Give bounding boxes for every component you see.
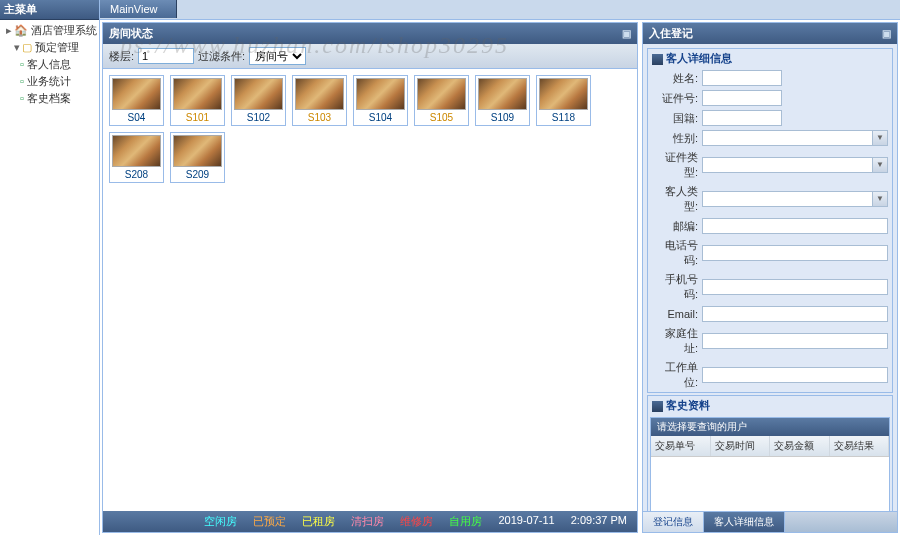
room-card[interactable]: S103 — [292, 75, 347, 126]
input-gtype[interactable] — [702, 191, 872, 207]
input-work[interactable] — [702, 367, 888, 383]
room-number: S209 — [173, 167, 222, 180]
tree-item-0-label: 客人信息 — [27, 58, 71, 70]
input-email[interactable] — [702, 306, 888, 322]
btab-detail[interactable]: 客人详细信息 — [704, 512, 785, 532]
room-panel-header: 房间状态 ▣ — [103, 23, 637, 44]
input-idno[interactable] — [702, 90, 782, 106]
room-grid: S04S101S102S103S104S105S109S118S208S209 — [103, 69, 637, 511]
legend-free: 空闲房 — [200, 514, 241, 529]
input-gender[interactable] — [702, 130, 872, 146]
filter-select[interactable]: 房间号 — [249, 47, 306, 65]
room-card[interactable]: S04 — [109, 75, 164, 126]
room-image — [112, 135, 161, 167]
tab-mainview[interactable]: MainView — [100, 0, 177, 18]
tab-label: MainView — [110, 3, 158, 15]
room-status-bar: 空闲房 已预定 已租房 清扫房 维修房 自用房 2019-07-11 2:09:… — [103, 511, 637, 532]
disk-icon — [652, 54, 663, 65]
room-card[interactable]: S104 — [353, 75, 408, 126]
label-nation: 国籍: — [652, 111, 702, 126]
room-number: S109 — [478, 110, 527, 123]
tree-group-label: 预定管理 — [35, 41, 79, 53]
input-post[interactable] — [702, 218, 888, 234]
checkin-panel: 入住登记 ▣ 客人详细信息 姓名: 证件号: 国籍: 性别:▼ 证件类型:▼ 客… — [642, 22, 898, 533]
label-gtype: 客人类型: — [652, 184, 702, 214]
room-image — [295, 78, 344, 110]
room-card[interactable]: S102 — [231, 75, 286, 126]
room-image — [539, 78, 588, 110]
room-image — [173, 135, 222, 167]
guest-detail-title: 客人详细信息 — [648, 49, 892, 68]
room-number: S103 — [295, 110, 344, 123]
tabbar: MainView — [100, 0, 900, 20]
legend-cleaning: 清扫房 — [347, 514, 388, 529]
tree-group[interactable]: ▾▢ 预定管理 — [2, 39, 97, 56]
label-idtype: 证件类型: — [652, 150, 702, 180]
col-orderno[interactable]: 交易单号 — [651, 436, 711, 456]
history-title: 客史资料 — [648, 396, 892, 415]
tree-item-0[interactable]: ▫ 客人信息 — [2, 56, 97, 73]
input-nation[interactable] — [702, 110, 782, 126]
room-image — [417, 78, 466, 110]
room-card[interactable]: S105 — [414, 75, 469, 126]
label-gender: 性别: — [652, 131, 702, 146]
room-image — [173, 78, 222, 110]
room-card[interactable]: S209 — [170, 132, 225, 183]
collapse-icon[interactable]: ▣ — [622, 28, 631, 39]
history-grid: 交易单号 交易时间 交易金额 交易结果 ⏮ ◀ 页 — [651, 436, 889, 511]
label-work: 工作单位: — [652, 360, 702, 390]
floor-input[interactable] — [138, 48, 194, 64]
filter-label: 过滤条件: — [198, 49, 245, 64]
checkin-collapse-icon[interactable]: ▣ — [882, 28, 891, 39]
input-home[interactable] — [702, 333, 888, 349]
grid-body — [651, 457, 889, 511]
tree-item-2-label: 客史档案 — [27, 92, 71, 104]
room-panel-title: 房间状态 — [109, 26, 153, 41]
nav-tree: ▸🏠 酒店管理系统 ▾▢ 预定管理 ▫ 客人信息 ▫ 业务统计 ▫ 客史档案 — [0, 20, 99, 109]
room-image — [234, 78, 283, 110]
floor-label: 楼层: — [109, 49, 134, 64]
legend-repair: 维修房 — [396, 514, 437, 529]
status-date: 2019-07-11 — [494, 514, 558, 529]
gtype-trigger-icon[interactable]: ▼ — [872, 191, 888, 207]
main-area: MainView 房间状态 ▣ 楼层: 过滤条件: 房间号 S04S101S10… — [100, 0, 900, 535]
input-phone[interactable] — [702, 245, 888, 261]
history-panel: 请选择要查询的用户 交易单号 交易时间 交易金额 交易结果 ⏮ — [650, 417, 890, 511]
room-card[interactable]: S101 — [170, 75, 225, 126]
nav-title: 主菜单 — [0, 0, 99, 20]
label-email: Email: — [652, 308, 702, 320]
col-time[interactable]: 交易时间 — [711, 436, 771, 456]
tree-item-1[interactable]: ▫ 业务统计 — [2, 73, 97, 90]
tree-item-2[interactable]: ▫ 客史档案 — [2, 90, 97, 107]
room-number: S208 — [112, 167, 161, 180]
legend-self: 自用房 — [445, 514, 486, 529]
room-image — [478, 78, 527, 110]
input-idtype[interactable] — [702, 157, 872, 173]
input-name[interactable] — [702, 70, 782, 86]
label-idno: 证件号: — [652, 91, 702, 106]
label-post: 邮编: — [652, 219, 702, 234]
tree-root-label: 酒店管理系统 — [31, 24, 97, 36]
room-card[interactable]: S109 — [475, 75, 530, 126]
content: 房间状态 ▣ 楼层: 过滤条件: 房间号 S04S101S102S103S104… — [100, 20, 900, 535]
room-number: S105 — [417, 110, 466, 123]
gender-trigger-icon[interactable]: ▼ — [872, 130, 888, 146]
btab-register[interactable]: 登记信息 — [643, 512, 704, 532]
input-mobile[interactable] — [702, 279, 888, 295]
history-prompt: 请选择要查询的用户 — [651, 418, 889, 436]
checkin-title: 入住登记 — [649, 26, 693, 41]
bottom-tabs: 登记信息 客人详细信息 — [643, 511, 897, 532]
tree-item-1-label: 业务统计 — [27, 75, 71, 87]
room-card[interactable]: S208 — [109, 132, 164, 183]
label-name: 姓名: — [652, 71, 702, 86]
room-number: S101 — [173, 110, 222, 123]
checkin-body: 客人详细信息 姓名: 证件号: 国籍: 性别:▼ 证件类型:▼ 客人类型:▼ 邮… — [643, 44, 897, 511]
idtype-trigger-icon[interactable]: ▼ — [872, 157, 888, 173]
history-fieldset: 客史资料 请选择要查询的用户 交易单号 交易时间 交易金额 交易结果 — [647, 395, 893, 511]
room-card[interactable]: S118 — [536, 75, 591, 126]
tree-root[interactable]: ▸🏠 酒店管理系统 — [2, 22, 97, 39]
room-number: S102 — [234, 110, 283, 123]
col-result[interactable]: 交易结果 — [830, 436, 890, 456]
guest-detail-fieldset: 客人详细信息 姓名: 证件号: 国籍: 性别:▼ 证件类型:▼ 客人类型:▼ 邮… — [647, 48, 893, 393]
col-amount[interactable]: 交易金额 — [770, 436, 830, 456]
